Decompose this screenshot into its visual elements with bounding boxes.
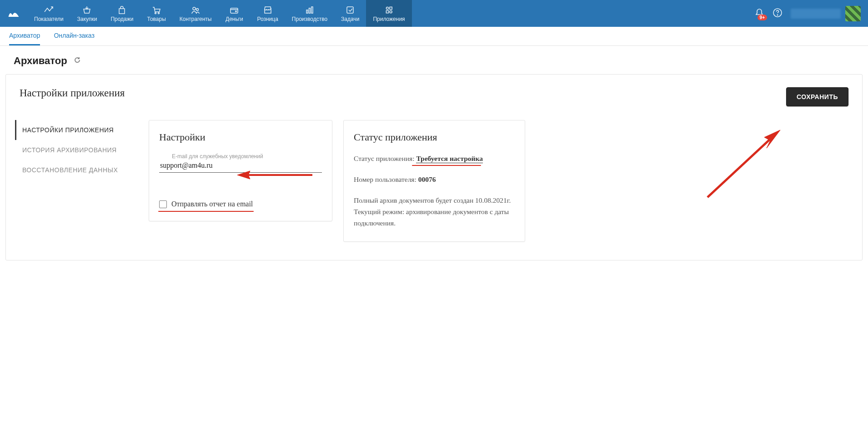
annotation-underline-status [412,165,481,166]
nav-label: Контрагенты [180,16,212,22]
svg-point-0 [155,12,156,14]
status-description: Полный архив документов будет создан 10.… [354,195,515,229]
nav-label: Розница [257,16,278,22]
status-card-title: Статус приложения [354,131,515,143]
nav-production[interactable]: Производство [285,0,334,27]
wallet-icon [229,5,239,15]
user-number-value: 00076 [418,175,436,183]
status-prefix: Статус приложения: [354,155,416,162]
nav-tasks[interactable]: Задачи [334,0,366,27]
nav-money[interactable]: Деньги [218,0,250,27]
send-report-checkbox[interactable] [159,200,167,208]
help-button[interactable] [773,8,783,20]
refresh-icon[interactable] [74,56,81,65]
side-item-restore[interactable]: ВОССТАНОВЛЕНИЕ ДАННЫХ [20,160,138,180]
save-button[interactable]: СОХРАНИТЬ [786,87,848,106]
bars-icon [305,5,315,15]
annotation-underline-checkbox [158,211,254,212]
side-item-history[interactable]: ИСТОРИЯ АРХИВИРОВАНИЯ [20,140,138,160]
svg-point-13 [390,10,392,13]
sub-tabs: Архиватор Онлайн-заказ [0,27,868,46]
user-avatar [845,6,861,21]
svg-rect-7 [309,8,310,13]
email-input[interactable] [159,160,322,173]
topbar-right: 9+ [754,0,868,27]
subtab-archiver[interactable]: Архиватор [9,27,40,45]
store-icon [263,5,273,15]
nav-label: Показатели [34,16,64,22]
bag-icon [117,5,127,15]
user-name-hidden [791,9,841,19]
people-icon [191,5,201,15]
apps-icon [384,5,394,15]
svg-point-15 [777,15,778,15]
svg-point-10 [386,7,388,9]
notifications-bell[interactable]: 9+ [754,8,764,20]
top-navbar: Показатели Закупки Продажи Товары Контра… [0,0,868,27]
settings-card: Настройки E-mail для служебных уведомлен… [149,120,332,221]
main-content-frame: Настройки приложения СОХРАНИТЬ НАСТРОЙКИ… [5,74,863,260]
status-card: Статус приложения Статус приложения: Тре… [343,120,525,242]
svg-point-2 [193,7,196,10]
svg-point-1 [158,12,160,14]
page-header: Архиватор [0,46,868,74]
email-field-label: E-mail для служебных уведомлений [159,153,322,160]
nav-label: Товары [147,16,166,22]
svg-rect-8 [311,7,313,13]
page-title: Архиватор [14,55,67,67]
settings-card-title: Настройки [159,131,322,143]
nav-apps[interactable]: Приложения [366,0,411,27]
svg-point-3 [196,8,199,10]
chart-icon [44,5,54,15]
subtab-online-order[interactable]: Онлайн-заказ [54,27,94,45]
nav-label: Задачи [341,16,359,22]
side-item-settings[interactable]: НАСТРОЙКИ ПРИЛОЖЕНИЯ [15,120,138,140]
basket-in-icon [82,5,92,15]
status-value: Требуется настройка [416,155,483,163]
nav-label: Приложения [373,16,405,22]
send-report-label: Отправлять отчет на email [171,200,253,208]
nav-sales[interactable]: Продажи [104,0,140,27]
nav-label: Деньги [226,16,243,22]
user-number-prefix: Номер пользователя: [354,175,418,183]
nav-label: Производство [292,16,327,22]
nav-label: Продажи [110,16,133,22]
nav-indicators[interactable]: Показатели [27,0,70,27]
svg-rect-9 [347,7,353,13]
svg-rect-12 [386,10,388,13]
nav-purchases[interactable]: Закупки [70,0,104,27]
cart-icon [151,5,161,15]
svg-point-5 [236,10,237,12]
frame-title: Настройки приложения [20,87,125,99]
svg-rect-11 [390,7,392,9]
svg-rect-4 [231,8,238,13]
check-square-icon [345,5,355,15]
user-menu[interactable] [791,6,861,21]
nav-label: Закупки [77,16,97,22]
app-logo[interactable] [0,0,27,27]
nav-goods[interactable]: Товары [140,0,173,27]
nav-retail[interactable]: Розница [250,0,285,27]
side-menu: НАСТРОЙКИ ПРИЛОЖЕНИЯ ИСТОРИЯ АРХИВИРОВАН… [20,120,138,180]
nav-counterparties[interactable]: Контрагенты [173,0,219,27]
svg-rect-6 [306,10,308,13]
notification-badge: 9+ [758,15,767,20]
